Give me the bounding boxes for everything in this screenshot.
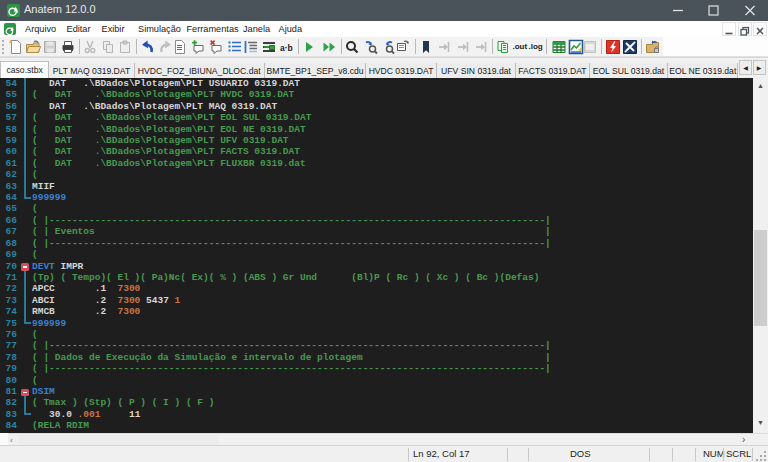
svg-text:a·b: a·b	[280, 43, 293, 53]
